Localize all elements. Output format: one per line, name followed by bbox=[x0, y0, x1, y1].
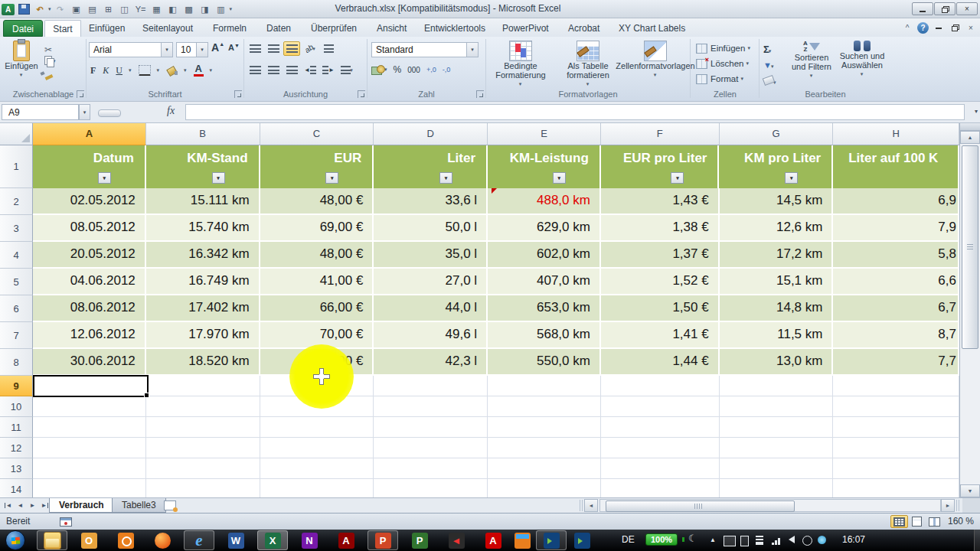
data-cell[interactable]: 8,7 bbox=[833, 322, 959, 347]
tab-daten[interactable]: Daten bbox=[259, 20, 299, 37]
taskbar-explorer[interactable] bbox=[37, 530, 67, 550]
merge-center-button[interactable]: ▾ bbox=[338, 63, 355, 77]
font-size-dropdown-icon[interactable]: ▾ bbox=[196, 43, 207, 57]
row-header-2[interactable]: 2 bbox=[0, 188, 33, 215]
data-cell[interactable]: 04.06.2012 bbox=[33, 269, 146, 294]
find-select-dropdown-icon[interactable]: ▾ bbox=[861, 70, 864, 79]
row-header-11[interactable]: 11 bbox=[0, 417, 33, 438]
data-cell[interactable]: 50,0 l bbox=[374, 215, 488, 240]
data-cell[interactable]: 17.402 km bbox=[146, 295, 260, 321]
data-cell[interactable]: 6,6 bbox=[833, 269, 959, 294]
column-header-g[interactable]: G bbox=[720, 123, 834, 145]
data-cell[interactable]: 6,7 bbox=[833, 295, 959, 321]
empty-cell[interactable] bbox=[374, 479, 488, 497]
data-cell[interactable]: 70,00 € bbox=[260, 322, 374, 347]
empty-cell[interactable] bbox=[833, 458, 959, 479]
sheet-tab-verbrauch[interactable]: Verbrauch bbox=[49, 498, 114, 513]
align-right-button[interactable] bbox=[283, 63, 300, 77]
empty-cell[interactable] bbox=[33, 417, 146, 438]
decrease-indent-button[interactable]: ◄ bbox=[302, 63, 318, 77]
empty-cell[interactable] bbox=[833, 376, 959, 396]
data-cell[interactable]: 48,00 € bbox=[260, 188, 374, 214]
underline-dropdown-icon[interactable]: ▾ bbox=[129, 67, 132, 73]
font-color-dropdown-icon[interactable]: ▾ bbox=[210, 67, 213, 73]
autosum-button[interactable]: Σ▾ bbox=[763, 42, 771, 56]
empty-cell[interactable] bbox=[260, 438, 374, 458]
data-cell[interactable]: 11,5 km bbox=[720, 322, 834, 347]
row-header-4[interactable]: 4 bbox=[0, 242, 33, 269]
empty-cell[interactable] bbox=[601, 479, 720, 497]
empty-cell[interactable] bbox=[720, 458, 834, 479]
tab-acrobat[interactable]: Acrobat bbox=[560, 20, 607, 37]
row-header-12[interactable]: 12 bbox=[0, 438, 33, 458]
volume-tray-icon[interactable] bbox=[789, 536, 795, 543]
paste-button[interactable]: Einfügen ▾ bbox=[5, 41, 38, 80]
workbook-restore-icon[interactable] bbox=[949, 21, 961, 34]
column-header-h[interactable]: H bbox=[833, 123, 959, 145]
data-cell[interactable]: 49,6 l bbox=[374, 322, 488, 347]
data-cell[interactable]: 602,0 km bbox=[488, 242, 601, 267]
data-cell[interactable]: 27,0 l bbox=[374, 269, 488, 294]
fat-dropdown-icon[interactable]: ▾ bbox=[586, 80, 590, 89]
empty-cell[interactable] bbox=[374, 376, 488, 396]
empty-cell[interactable] bbox=[601, 376, 720, 396]
empty-cell[interactable] bbox=[488, 376, 601, 396]
empty-cell[interactable] bbox=[488, 396, 601, 417]
tab-formeln[interactable]: Formeln bbox=[205, 20, 254, 37]
data-cell[interactable]: 5,8 bbox=[833, 242, 959, 267]
data-cell[interactable]: 18.520 km bbox=[146, 349, 260, 374]
data-cell[interactable]: 14,8 km bbox=[720, 295, 834, 321]
shrink-font-button[interactable]: A▼ bbox=[228, 43, 240, 52]
network-tray-icon[interactable] bbox=[772, 536, 782, 545]
vertical-scroll-thumb[interactable] bbox=[962, 145, 978, 349]
data-cell[interactable]: 1,37 € bbox=[601, 242, 720, 267]
cs-dropdown-icon[interactable]: ▾ bbox=[654, 70, 657, 80]
borders-icon[interactable] bbox=[139, 65, 151, 76]
select-all-corner[interactable] bbox=[0, 123, 33, 145]
empty-cell[interactable] bbox=[260, 458, 374, 479]
empty-cell[interactable] bbox=[374, 417, 488, 438]
data-cell[interactable]: 08.05.2012 bbox=[33, 215, 146, 240]
language-indicator[interactable]: DE bbox=[622, 534, 635, 545]
sort-filter-button[interactable]: AZ Sortieren und Filtern ▾ bbox=[786, 41, 837, 80]
empty-cell[interactable] bbox=[488, 438, 601, 458]
grow-font-button[interactable]: A▲ bbox=[211, 41, 224, 54]
name-box-dropdown-icon[interactable]: ▾ bbox=[79, 104, 90, 120]
column-header-e[interactable]: E bbox=[488, 123, 601, 145]
row-header-14[interactable]: 14 bbox=[0, 479, 33, 497]
view-page-layout-button[interactable] bbox=[908, 515, 926, 528]
horizontal-scroll-thumb[interactable] bbox=[606, 500, 795, 512]
tab-seitenlayout[interactable]: Seitenlayout bbox=[135, 20, 201, 37]
data-cell[interactable]: 14,5 km bbox=[720, 188, 834, 214]
format-cells-button[interactable]: Format ▾ bbox=[696, 72, 743, 86]
insert-sheet-icon[interactable] bbox=[164, 500, 176, 510]
empty-cell[interactable] bbox=[146, 438, 260, 458]
tray-expand-icon[interactable]: ▲ bbox=[710, 536, 716, 543]
empty-cell[interactable] bbox=[146, 396, 260, 417]
data-cell[interactable]: 48,00 € bbox=[260, 242, 374, 267]
data-cell[interactable]: 7,7 bbox=[833, 349, 959, 374]
accounting-format-button[interactable]: ▾ bbox=[371, 65, 387, 75]
filter-dropdown-icon[interactable]: ▾ bbox=[785, 172, 798, 184]
name-box[interactable]: A9 bbox=[2, 104, 79, 120]
view-page-break-button[interactable] bbox=[926, 515, 943, 528]
data-cell[interactable]: 02.05.2012 bbox=[33, 188, 146, 214]
cf-dropdown-icon[interactable]: ▾ bbox=[519, 80, 522, 89]
header-cell[interactable]: EUR▾ bbox=[260, 145, 374, 188]
taskbar-excel-active[interactable]: X bbox=[257, 530, 288, 550]
font-size-combo[interactable]: 10 ▾ bbox=[176, 42, 208, 57]
data-cell[interactable]: 15.111 km bbox=[146, 188, 260, 214]
first-sheet-icon[interactable]: ◄ bbox=[2, 500, 14, 511]
empty-cell[interactable] bbox=[601, 417, 720, 438]
filter-dropdown-icon[interactable]: ▾ bbox=[553, 172, 566, 184]
help-icon[interactable]: ? bbox=[917, 22, 929, 34]
merge-dropdown-icon[interactable]: ▾ bbox=[350, 67, 353, 73]
format-as-table-button[interactable]: Als Tabelle formatieren ▾ bbox=[556, 41, 620, 89]
empty-cell[interactable] bbox=[488, 417, 601, 438]
cell-styles-button[interactable]: Zellenformatvorlagen ▾ bbox=[623, 41, 688, 80]
delete-cells-dropdown-icon[interactable]: ▾ bbox=[746, 60, 749, 67]
empty-cell[interactable] bbox=[833, 438, 959, 458]
taskbar-media-app[interactable] bbox=[110, 530, 141, 550]
taskbar-app-box[interactable] bbox=[507, 530, 537, 550]
empty-cell[interactable] bbox=[374, 438, 488, 458]
